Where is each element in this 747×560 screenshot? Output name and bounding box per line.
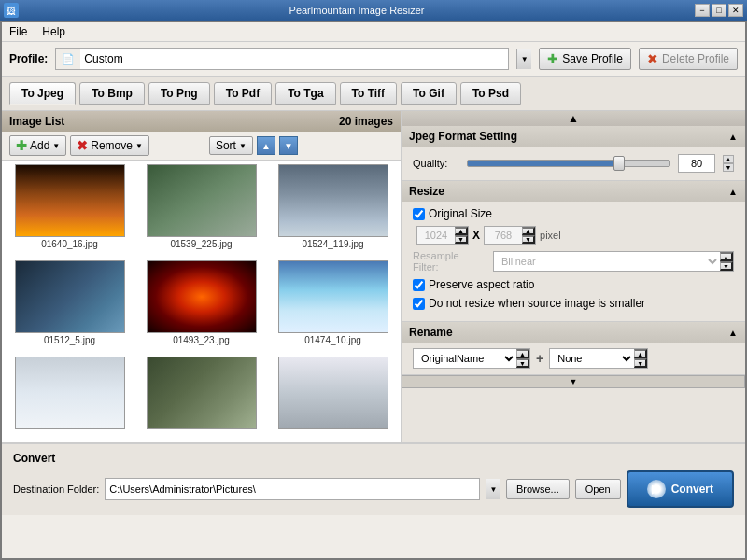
profile-input[interactable] bbox=[80, 49, 508, 69]
no-resize-smaller-row: Do not resize when source image is small… bbox=[413, 297, 734, 310]
rename-suffix-arrow-down[interactable]: ▼ bbox=[634, 358, 647, 368]
original-size-checkbox[interactable] bbox=[413, 208, 425, 220]
height-spin-down[interactable]: ▼ bbox=[522, 235, 535, 244]
convert-button[interactable]: ▶ Convert bbox=[627, 470, 734, 508]
preserve-aspect-checkbox[interactable] bbox=[413, 279, 425, 291]
sort-button[interactable]: Sort ▼ bbox=[209, 136, 253, 155]
list-item[interactable] bbox=[269, 357, 397, 439]
quality-slider-thumb[interactable] bbox=[613, 156, 625, 171]
tab-to-bmp[interactable]: To Bmp bbox=[79, 82, 145, 105]
dimension-x: X bbox=[472, 229, 480, 242]
width-input-group: ▲ ▼ bbox=[416, 226, 469, 245]
profile-label: Profile: bbox=[9, 52, 48, 65]
resize-section-header: Resize ▲ bbox=[402, 181, 745, 202]
list-item[interactable] bbox=[6, 357, 134, 439]
resample-row: Resample Filter: Bilinear Bicubic Neares… bbox=[413, 250, 734, 273]
profile-dropdown-arrow[interactable]: ▼ bbox=[516, 49, 531, 69]
quality-slider[interactable] bbox=[467, 160, 670, 167]
width-input[interactable] bbox=[417, 229, 455, 242]
profile-select-wrapper: 📄 bbox=[55, 48, 509, 70]
image-filename: 01640_16.jpg bbox=[41, 239, 98, 249]
sort-label: Sort bbox=[216, 139, 236, 152]
list-item[interactable]: 01640_16.jpg bbox=[6, 164, 134, 257]
resize-section-collapse[interactable]: ▲ bbox=[728, 187, 738, 197]
destination-folder-arrow[interactable]: ▼ bbox=[486, 479, 500, 499]
tab-to-tiff[interactable]: To Tiff bbox=[340, 82, 398, 105]
tab-to-gif[interactable]: To Gif bbox=[401, 82, 457, 105]
image-list-header: Image List 20 images bbox=[2, 111, 401, 132]
image-filename: 01493_23.jpg bbox=[173, 335, 230, 345]
remove-label: Remove bbox=[91, 139, 133, 152]
resample-arrow-down[interactable]: ▼ bbox=[720, 261, 733, 271]
dimension-unit: pixel bbox=[540, 230, 561, 241]
list-item[interactable] bbox=[137, 357, 265, 439]
resample-label: Resample Filter: bbox=[413, 250, 487, 273]
browse-button[interactable]: Browse... bbox=[506, 479, 570, 499]
save-icon: ✚ bbox=[547, 51, 558, 66]
add-dropdown-arrow[interactable]: ▼ bbox=[52, 142, 60, 150]
settings-scroll-up[interactable]: ▲ bbox=[402, 111, 745, 126]
tab-to-jpeg[interactable]: To Jpeg bbox=[9, 82, 76, 105]
no-resize-smaller-checkbox[interactable] bbox=[413, 298, 425, 310]
height-input[interactable] bbox=[485, 229, 522, 242]
quality-spin-up[interactable]: ▲ bbox=[723, 155, 734, 163]
height-spinners: ▲ ▼ bbox=[522, 227, 535, 244]
titlebar: 🖼 Pearlmountain Image Resizer − □ ✕ bbox=[0, 0, 747, 21]
tab-to-png[interactable]: To Png bbox=[148, 82, 210, 105]
tab-to-pdf[interactable]: To Pdf bbox=[214, 82, 272, 105]
list-item[interactable]: 01524_119.jpg bbox=[269, 164, 397, 257]
minimize-button[interactable]: − bbox=[695, 4, 710, 17]
destination-folder-input[interactable] bbox=[106, 479, 479, 499]
list-item[interactable]: 01474_10.jpg bbox=[269, 260, 397, 353]
rename-section-collapse[interactable]: ▲ bbox=[728, 328, 738, 338]
rename-content: OriginalName ▲ ▼ + None bbox=[402, 343, 745, 374]
list-item[interactable]: 01493_23.jpg bbox=[137, 260, 265, 353]
remove-dropdown-arrow[interactable]: ▼ bbox=[135, 142, 143, 150]
width-spin-up[interactable]: ▲ bbox=[455, 227, 468, 235]
maximize-button[interactable]: □ bbox=[712, 4, 726, 17]
sort-down-button[interactable]: ▼ bbox=[279, 136, 298, 155]
close-button[interactable]: ✕ bbox=[728, 4, 743, 17]
destination-folder-wrapper bbox=[105, 478, 480, 500]
content-area: Image List 20 images ✚ Add ▼ ✖ Remove ▼ … bbox=[2, 111, 745, 442]
settings-scroll-down[interactable]: ▼ bbox=[402, 375, 745, 388]
resize-section-title: Resize bbox=[409, 185, 444, 198]
list-item[interactable]: 01539_225.jpg bbox=[137, 164, 265, 257]
resample-arrow-up[interactable]: ▲ bbox=[720, 252, 733, 261]
width-spinners: ▲ ▼ bbox=[455, 227, 468, 244]
window-title: Pearlmountain Image Resizer bbox=[19, 5, 695, 16]
tab-to-tga[interactable]: To Tga bbox=[275, 82, 335, 105]
add-label: Add bbox=[30, 139, 49, 152]
rename-suffix-select[interactable]: None bbox=[550, 349, 634, 368]
delete-profile-button[interactable]: ✖ Delete Profile bbox=[639, 48, 738, 70]
convert-section: Convert Destination Folder: ▼ Browse... … bbox=[2, 442, 745, 515]
jpeg-section-collapse[interactable]: ▲ bbox=[728, 132, 738, 142]
window-controls: − □ ✕ bbox=[695, 4, 743, 17]
add-button[interactable]: ✚ Add ▼ bbox=[9, 135, 66, 156]
rename-name-arrow-up[interactable]: ▲ bbox=[516, 349, 529, 358]
height-spin-up[interactable]: ▲ bbox=[522, 227, 535, 235]
rename-suffix-arrow-up[interactable]: ▲ bbox=[634, 349, 647, 358]
main-window: File Help Profile: 📄 ▼ ✚ Save Profile ✖ … bbox=[0, 21, 747, 560]
resize-section: Resize ▲ Original Size ▲ ▼ bbox=[402, 181, 745, 322]
quality-value: 80 bbox=[678, 154, 715, 173]
tab-to-psd[interactable]: To Psd bbox=[460, 82, 521, 105]
image-list-count: 20 images bbox=[339, 115, 393, 128]
format-tabs: To Jpeg To Bmp To Png To Pdf To Tga To T… bbox=[2, 77, 745, 111]
resample-select[interactable]: Bilinear Bicubic Nearest bbox=[494, 252, 720, 271]
width-spin-down[interactable]: ▼ bbox=[455, 235, 468, 244]
sort-dropdown-arrow[interactable]: ▼ bbox=[239, 142, 247, 150]
menu-file[interactable]: File bbox=[6, 24, 31, 39]
quality-spin-down[interactable]: ▼ bbox=[723, 163, 734, 172]
app-icon: 🖼 bbox=[4, 3, 19, 18]
menu-help[interactable]: Help bbox=[38, 24, 69, 39]
sort-up-button[interactable]: ▲ bbox=[257, 136, 275, 155]
rename-name-arrow-down[interactable]: ▼ bbox=[516, 358, 529, 368]
list-item[interactable]: 01512_5.jpg bbox=[6, 260, 134, 353]
add-icon: ✚ bbox=[16, 138, 27, 153]
preserve-aspect-label: Preserve aspect ratio bbox=[429, 278, 534, 291]
save-profile-button[interactable]: ✚ Save Profile bbox=[539, 48, 631, 70]
rename-name-select[interactable]: OriginalName bbox=[414, 349, 516, 368]
remove-button[interactable]: ✖ Remove ▼ bbox=[70, 135, 149, 156]
open-button[interactable]: Open bbox=[575, 479, 621, 499]
